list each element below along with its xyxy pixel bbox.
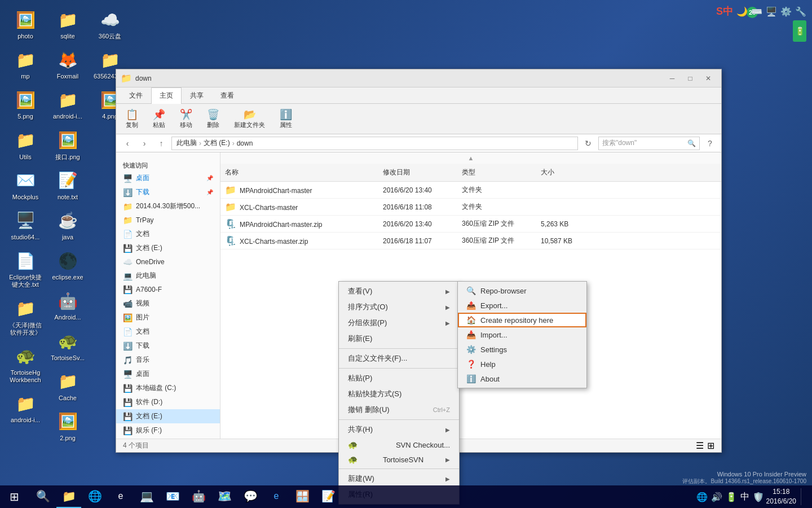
sidebar-item-2014[interactable]: 📁 2014.04.30新增500... xyxy=(116,199,220,213)
taskbar-app-android[interactable]: 🤖 xyxy=(186,485,211,508)
desktop-icon-utils[interactable]: 📁 Utils xyxy=(6,126,45,164)
sidebar-item-docs2[interactable]: 📄 文档 xyxy=(116,325,220,339)
show-desktop-button[interactable] xyxy=(801,488,805,505)
sidebar-item-download[interactable]: ⬇️ 下载 📌 xyxy=(116,185,220,199)
sidebar-item-this-pc[interactable]: 💻 此电脑 xyxy=(116,269,220,283)
forward-button[interactable]: › xyxy=(138,137,151,150)
file-row-3[interactable]: 🗜️XCL-Charts-master.zip 2016/6/18 11:07 … xyxy=(220,233,721,249)
ribbon-properties-btn[interactable]: ℹ️ 属性 xyxy=(275,106,297,132)
desktop-icon-jiekou[interactable]: 🖼️ 接口.png xyxy=(48,126,87,164)
desktop-icon-cache[interactable]: 📁 Cache xyxy=(48,367,87,405)
sidebar-item-video[interactable]: 📹 视频 xyxy=(116,296,220,310)
sidebar-item-documents[interactable]: 📄 文档 xyxy=(116,227,220,241)
ctx-group[interactable]: 分组依据(P) ▶ xyxy=(339,315,459,331)
desktop-icon-tortoisehg[interactable]: 🐢 TortoiseHg Workbench xyxy=(6,342,45,387)
taskbar-app-ie[interactable]: e xyxy=(108,485,133,508)
ctx-sort[interactable]: 排序方式(O) ▶ xyxy=(339,299,459,315)
sub-export[interactable]: 📤 Export... xyxy=(458,298,586,313)
taskbar-app-browser2[interactable]: e xyxy=(264,485,289,508)
ribbon-new-folder-btn[interactable]: 📂 新建文件夹 xyxy=(229,106,270,132)
desktop-icon-eclipse-exe[interactable]: 🌑 eclipse.exe xyxy=(48,247,87,284)
desktop-icon-tortoises[interactable]: 🐢 TortoiseSv... xyxy=(48,327,87,365)
sidebar-item-dl2[interactable]: ⬇️ 下载 xyxy=(116,339,220,353)
tab-file[interactable]: 文件 xyxy=(121,87,151,103)
taskbar-app-chrome[interactable]: 🌐 xyxy=(82,485,107,508)
sidebar-item-docs-e-active[interactable]: 💾 文档 (E:) xyxy=(116,409,220,423)
taskbar-app-explorer[interactable]: 📁 xyxy=(56,485,81,508)
col-header-type[interactable]: 类型 xyxy=(457,166,536,179)
desktop-icon-360[interactable]: ☁️ 360云盘 xyxy=(90,6,130,43)
ribbon-move-btn[interactable]: ✂️ 移动 xyxy=(175,106,197,132)
ctx-customize[interactable]: 自定义文件夹(F)... xyxy=(339,351,459,366)
taskbar-app-search[interactable]: 🔍 xyxy=(30,485,55,508)
taskbar-app-word[interactable]: 📝 xyxy=(316,485,341,508)
taskbar-clock[interactable]: 15:18 2016/6/20 xyxy=(766,487,796,506)
ctx-refresh[interactable]: 刷新(E) xyxy=(339,331,459,347)
address-path[interactable]: 此电脑 › 文档 (E:) › down xyxy=(171,137,578,150)
desktop-icon-android-exe[interactable]: 🤖 Android... xyxy=(48,287,87,324)
tab-view[interactable]: 查看 xyxy=(212,87,242,103)
col-header-size[interactable]: 大小 xyxy=(536,166,593,179)
ctx-svn-checkout[interactable]: 🐢 SVN Checkout... xyxy=(339,437,459,452)
maximize-button[interactable]: □ xyxy=(682,72,699,85)
path-segment-3[interactable]: down xyxy=(237,139,253,147)
taskbar-app-mail[interactable]: 📧 xyxy=(160,485,185,508)
desktop-icon-mockplus[interactable]: ✉️ Mockplus xyxy=(6,167,45,204)
close-button[interactable]: ✕ xyxy=(700,72,717,85)
desktop-icon-foxmail[interactable]: 🦊 Foxmail xyxy=(48,46,87,83)
path-segment-1[interactable]: 此电脑 xyxy=(176,138,197,148)
back-button[interactable]: ‹ xyxy=(121,137,134,150)
ctx-paste[interactable]: 粘贴(P) xyxy=(339,370,459,386)
ribbon-delete-btn[interactable]: 🗑️ 删除 xyxy=(202,106,224,132)
desktop-icon-5png[interactable]: 🖼️ 5.png xyxy=(6,86,45,123)
path-segment-2[interactable]: 文档 (E:) xyxy=(204,138,230,148)
list-view-button[interactable]: ☰ xyxy=(696,440,704,451)
search-box[interactable]: 搜索"down" 🔍 xyxy=(598,137,700,150)
grid-view-button[interactable]: ⊞ xyxy=(707,440,714,451)
up-button[interactable]: ↑ xyxy=(155,137,168,150)
desktop-icon-notetxt[interactable]: 📝 note.txt xyxy=(48,167,87,204)
sidebar-item-ent-f[interactable]: 💾 娱乐 (F:) xyxy=(116,423,220,437)
file-row-0[interactable]: 📁MPAndroidChart-master 2016/6/20 13:40 文… xyxy=(220,182,721,199)
ctx-share[interactable]: 共享(H) ▶ xyxy=(339,422,459,437)
sidebar-item-pics[interactable]: 🖼️ 图片 xyxy=(116,310,220,325)
ribbon-copy-btn[interactable]: 📋 复制 xyxy=(121,106,143,132)
desktop-icon-photo[interactable]: 🖼️ photo xyxy=(6,6,45,43)
desktop-icon-eclipse[interactable]: 📄 Eclipse快捷键大全.txt xyxy=(6,247,45,291)
start-button[interactable]: ⊞ xyxy=(0,485,28,508)
sidebar-item-local-c[interactable]: 💾 本地磁盘 (C:) xyxy=(116,381,220,395)
desktop-icon-studio64[interactable]: 🖥️ studio64... xyxy=(6,207,45,244)
help-button[interactable]: ? xyxy=(703,137,717,150)
desktop-icon-tianze[interactable]: 📁 《天泽|微信软件开发》 xyxy=(6,295,45,339)
sidebar-item-trpay[interactable]: 📁 TrPay xyxy=(116,213,220,227)
refresh-button[interactable]: ↻ xyxy=(581,137,595,150)
taskbar-app-win[interactable]: 🪟 xyxy=(290,485,315,508)
desktop-icon-android-i[interactable]: 📁 android-i... xyxy=(6,389,45,427)
sidebar-item-music[interactable]: 🎵 音乐 xyxy=(116,353,220,367)
sub-settings[interactable]: ⚙️ Settings xyxy=(458,342,586,357)
ctx-undo[interactable]: 撤销 删除(U) Ctrl+Z xyxy=(339,402,459,418)
sidebar-item-soft-d[interactable]: 💾 软件 (D:) xyxy=(116,395,220,409)
taskbar-app-wechat[interactable]: 💬 xyxy=(238,485,263,508)
tab-home[interactable]: 主页 xyxy=(151,87,182,104)
minimize-button[interactable]: ─ xyxy=(664,72,681,85)
ctx-new[interactable]: 新建(W) ▶ xyxy=(339,471,459,487)
desktop-icon-android-i2[interactable]: 📁 android-i... xyxy=(48,86,87,123)
tab-share[interactable]: 共享 xyxy=(182,87,212,103)
sidebar-item-a7600[interactable]: 💾 A7600-F xyxy=(116,283,220,296)
sidebar-item-desktop[interactable]: 🖥️ 桌面 📌 xyxy=(116,171,220,185)
ctx-paste-shortcut[interactable]: 粘贴快捷方式(S) xyxy=(339,386,459,402)
desktop-icon-mp[interactable]: 📁 mp xyxy=(6,46,45,83)
desktop-icon-java[interactable]: ☕ java xyxy=(48,207,87,244)
ctx-view[interactable]: 查看(V) ▶ xyxy=(339,283,459,299)
sidebar-item-onedrive[interactable]: ☁️ OneDrive xyxy=(116,255,220,269)
sub-import[interactable]: 📥 Import... xyxy=(458,327,586,342)
file-row-1[interactable]: 📁XCL-Charts-master 2016/6/18 11:08 文件夹 xyxy=(220,199,721,216)
file-row-2[interactable]: 🗜️MPAndroidChart-master.zip 2016/6/20 13… xyxy=(220,216,721,233)
ribbon-paste-btn[interactable]: 📌 粘贴 xyxy=(148,106,170,132)
sidebar-item-desktop2[interactable]: 🖥️ 桌面 xyxy=(116,367,220,381)
taskbar-app-cortana[interactable]: 💻 xyxy=(134,485,159,508)
sub-create-repo[interactable]: 🏠 Create repository here xyxy=(458,313,586,327)
desktop-icon-sqlite[interactable]: 📁 sqlite xyxy=(48,6,87,43)
ctx-tortoisesvn[interactable]: 🐢 TortoiseSVN ▶ xyxy=(339,452,459,467)
